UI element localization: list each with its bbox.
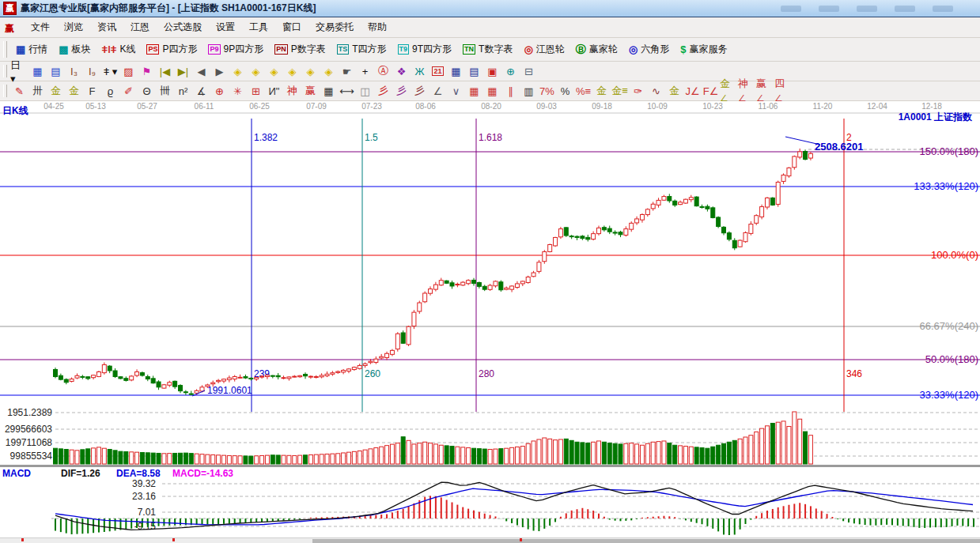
candle-style-icon[interactable]: ǂ ▾ [101,63,119,79]
count-grid-icon[interactable]: 卌 [156,83,174,99]
angle-lines-icon[interactable]: ∠ [429,83,447,99]
brush-icon[interactable]: ✑ [629,83,647,99]
percent-levels-icon[interactable]: %≡ [574,83,592,99]
tool-sectors-button[interactable]: ▩板块 [53,41,96,58]
expand-v-icon[interactable]: ◈ [301,63,320,79]
square-web-icon[interactable]: ⊞ [247,83,265,99]
shift-right-icon[interactable]: ◈ [247,63,265,79]
gold-circle-icon[interactable]: 金 [592,83,611,99]
zoom-tool-icon[interactable]: Ⓐ [374,63,392,79]
pen-red-icon[interactable]: ✐ [119,83,138,99]
gold-section-2-icon[interactable]: 金 [65,83,83,99]
gann-grid-icon[interactable]: 卅 [28,83,47,99]
angle-shen-icon[interactable]: 神∠ [738,83,756,99]
calculator-icon[interactable]: ▦ [447,63,465,79]
menu-item-browse[interactable]: 浏览 [57,18,90,36]
v-lines-icon[interactable]: ∨ [447,83,465,99]
marker-tool-icon[interactable]: ❖ [392,63,411,79]
gold-section-icon[interactable]: 金 [47,83,65,99]
report-panel-icon[interactable]: ▤ [47,63,65,79]
n-marks-icon[interactable]: И" [265,83,283,99]
gann-box-icon[interactable]: ▥ [520,83,538,99]
first-bar-icon[interactable]: |◀ [156,63,174,79]
hand-tool-icon[interactable]: ☛ [338,63,356,79]
menu-item-tools[interactable]: 工具 [242,18,275,36]
crosshair-tool-icon[interactable]: + [356,63,374,79]
tool-winner-wheel-button[interactable]: Ⓑ赢家轮 [570,41,623,58]
n-square-icon[interactable]: n² [174,83,192,99]
tool-t-digit-table-button[interactable]: TNT数字表 [457,41,518,58]
spiral-icon[interactable]: ϱ [101,83,119,99]
bars-9-icon[interactable]: I₉ [83,63,101,79]
tool-hexagon-button[interactable]: ◎六角形 [623,41,675,58]
circle-cross-icon[interactable]: ⊕ [210,83,229,99]
menu-item-file[interactable]: 文件 [24,18,57,36]
fan-dark-icon[interactable]: 彡 [411,83,429,99]
menu-item-window[interactable]: 窗口 [275,18,308,36]
angle-f-icon[interactable]: F∠ [702,83,720,99]
tool-p-digit-table-button[interactable]: PNP数字表 [269,41,331,58]
compass-icon[interactable]: Θ [138,83,156,99]
bars-3-icon[interactable]: I₃ [65,63,83,79]
tool-t-square-button[interactable]: TST四方形 [331,41,392,58]
angle-j-icon[interactable]: J∠ [683,83,702,99]
prev-bar-icon[interactable]: ◀ [192,63,210,79]
tool-9t-square-button[interactable]: T99T四方形 [392,41,458,58]
last-bar-icon[interactable]: ▶| [174,63,192,79]
scrollbar-thumb[interactable] [312,539,980,543]
tool-quotes-button[interactable]: ▦行情 [10,41,53,58]
menu-item-formula-stock-pick[interactable]: 公式选股 [157,18,209,36]
percent-icon[interactable]: % [556,83,574,99]
menu-item-news[interactable]: 资讯 [90,18,123,36]
fan-purple-icon[interactable]: 彡 [392,83,411,99]
wave-icon[interactable]: ∿ [647,83,665,99]
network-chart-icon[interactable]: ▦ [28,63,47,79]
gold-angle-icon[interactable]: 金 [665,83,683,99]
shrink-v-icon[interactable]: ◈ [320,63,338,79]
percent-line-icon[interactable]: 7% [538,83,556,99]
tool-kline-button[interactable]: ǂǀǂK线 [96,41,142,58]
next-bar-icon[interactable]: ▶ [210,63,229,79]
tool-p-square-button[interactable]: PSP四方形 [141,41,202,58]
angle-tool-icon[interactable]: ∡ [192,83,210,99]
chart-area[interactable]: 日K线 04-2505-1305-2706-1106-2507-0907-230… [0,101,980,537]
grid-red-2-icon[interactable]: ▦ [483,83,501,99]
menu-item-help[interactable]: 帮助 [361,18,394,36]
web-browser-icon[interactable]: ⊕ [501,63,520,79]
gold-lines-icon[interactable]: 金≡ [611,83,629,99]
shen-tool-icon[interactable]: 神 [283,83,301,99]
tool-9p-square-button[interactable]: P99P四方形 [202,41,269,58]
pencil-icon[interactable]: ✎ [10,83,28,99]
menu-item-gann[interactable]: 江恩 [123,18,157,36]
period-day-icon[interactable]: 日 ▾ [10,63,28,79]
toolbar-grip[interactable] [3,85,7,98]
tool-winner-service-button[interactable]: $赢家服务 [675,41,732,58]
expand-h-icon[interactable]: ◈ [265,63,283,79]
calendar-icon[interactable]: 21 [429,63,447,79]
shift-left-icon[interactable]: ◈ [229,63,247,79]
web-tool-icon[interactable]: ✳ [229,83,247,99]
pattern-tool-icon[interactable]: Ж [411,63,429,79]
macd-indicator-label[interactable]: MACD [2,468,31,479]
measure-h-icon[interactable]: ⟷ [338,83,356,99]
shrink-h-icon[interactable]: ◈ [283,63,301,79]
menu-item-settings[interactable]: 设置 [209,18,242,36]
menu-item-trade[interactable]: 交易委托 [308,18,361,36]
notes-icon[interactable]: ▤ [465,63,483,79]
ying-tool-icon[interactable]: 赢 [301,83,320,99]
ruler-123-icon[interactable]: ▦ [320,83,338,99]
toolbar-grip[interactable] [3,41,7,57]
angle-gold-icon[interactable]: 金∠ [720,83,738,99]
toolbar-grip[interactable] [3,65,7,78]
angle-si-icon[interactable]: 四∠ [774,83,793,99]
formula-manager-icon[interactable]: ▨ [119,63,138,79]
fan-red-icon[interactable]: 彡 [374,83,392,99]
parallel-lines-icon[interactable]: ∥ [501,83,520,99]
f-tool-icon[interactable]: F [83,83,101,99]
print-icon[interactable]: ⊟ [520,63,538,79]
color-flag-icon[interactable]: ⚑ [138,63,156,79]
grid-red-icon[interactable]: ▦ [465,83,483,99]
box-frame-icon[interactable]: ◫ [356,83,374,99]
save-icon[interactable]: ▣ [483,63,501,79]
tool-gann-wheel-button[interactable]: ◎江恩轮 [518,41,569,58]
